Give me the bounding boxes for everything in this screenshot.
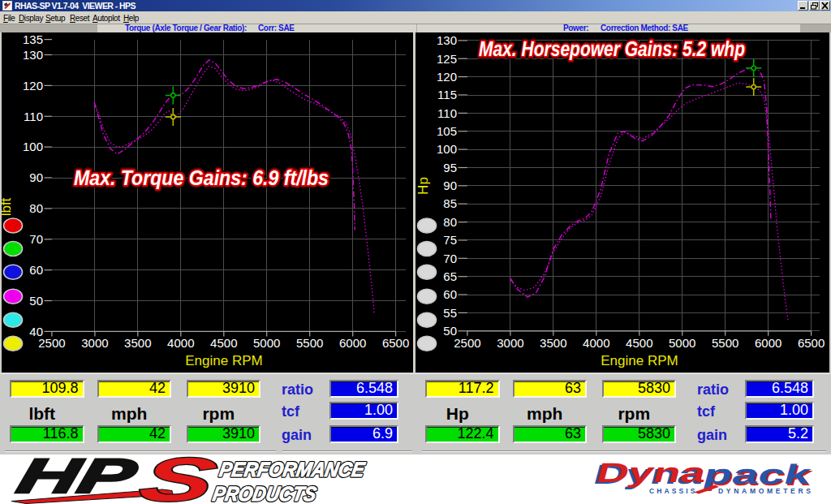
- svg-text:5000: 5000: [669, 336, 695, 350]
- svg-text:80: 80: [443, 215, 457, 229]
- svg-text:110: 110: [24, 110, 43, 123]
- svg-text:60: 60: [443, 287, 457, 301]
- svg-text:115: 115: [437, 88, 457, 101]
- svg-text:135: 135: [23, 32, 43, 46]
- svg-text:6000: 6000: [339, 336, 366, 350]
- svg-text:Engine RPM: Engine RPM: [185, 353, 262, 368]
- svg-text:65: 65: [443, 269, 457, 283]
- svg-text:4500: 4500: [210, 336, 237, 350]
- svg-text:75: 75: [443, 233, 457, 247]
- svg-text:CHASSIS: CHASSIS: [649, 487, 698, 495]
- svg-text:4000: 4000: [167, 336, 194, 350]
- svg-text:95: 95: [443, 161, 457, 174]
- svg-text:105: 105: [437, 124, 457, 138]
- svg-text:6000: 6000: [755, 336, 781, 350]
- svg-text:3000: 3000: [497, 336, 523, 350]
- svg-text:120: 120: [437, 70, 457, 84]
- svg-text:90: 90: [29, 170, 43, 184]
- svg-text:PERFORMANCE: PERFORMANCE: [217, 459, 367, 481]
- svg-text:5500: 5500: [712, 336, 738, 350]
- svg-text:5000: 5000: [253, 336, 280, 350]
- svg-text:125: 125: [437, 52, 457, 66]
- svg-text:90: 90: [443, 179, 457, 192]
- svg-text:60: 60: [29, 263, 43, 277]
- svg-text:Max. Horsepower Gains: 5.2 wh: Max. Horsepower Gains: 5.2 whp: [479, 37, 745, 61]
- svg-text:Dyna: Dyna: [593, 458, 711, 488]
- svg-text:55: 55: [443, 306, 457, 320]
- svg-text:4000: 4000: [583, 336, 609, 350]
- svg-text:lbft: lbft: [2, 197, 14, 216]
- svg-text:5500: 5500: [296, 336, 323, 350]
- svg-text:85: 85: [443, 196, 457, 210]
- svg-text:70: 70: [443, 252, 457, 265]
- svg-text:3500: 3500: [540, 336, 566, 350]
- svg-text:Hp: Hp: [416, 177, 431, 195]
- svg-text:6500: 6500: [382, 336, 409, 350]
- svg-text:100: 100: [437, 142, 457, 156]
- svg-text:S: S: [133, 454, 223, 504]
- svg-text:3500: 3500: [124, 336, 151, 350]
- svg-text:130: 130: [437, 33, 457, 47]
- svg-text:pack: pack: [700, 459, 816, 489]
- svg-text:130: 130: [23, 48, 43, 62]
- svg-text:120: 120: [23, 79, 43, 93]
- svg-text:4500: 4500: [626, 336, 652, 350]
- svg-text:HP: HP: [12, 454, 142, 503]
- svg-text:DYNAMOMETERS: DYNAMOMETERS: [718, 487, 814, 495]
- svg-text:3000: 3000: [81, 336, 108, 350]
- svg-text:Engine RPM: Engine RPM: [601, 353, 678, 368]
- svg-text:70: 70: [29, 232, 43, 246]
- svg-text:2500: 2500: [454, 336, 480, 350]
- svg-text:100: 100: [23, 140, 43, 153]
- svg-text:50: 50: [29, 294, 43, 308]
- svg-text:110: 110: [437, 106, 457, 120]
- svg-text:80: 80: [29, 201, 43, 215]
- svg-text:Max. Torque Gains: 6.9 ft/lbs: Max. Torque Gains: 6.9 ft/lbs: [74, 166, 329, 190]
- svg-text:PRODUCTS: PRODUCTS: [211, 483, 318, 504]
- svg-text:2500: 2500: [38, 336, 65, 350]
- svg-text:6500: 6500: [798, 336, 825, 350]
